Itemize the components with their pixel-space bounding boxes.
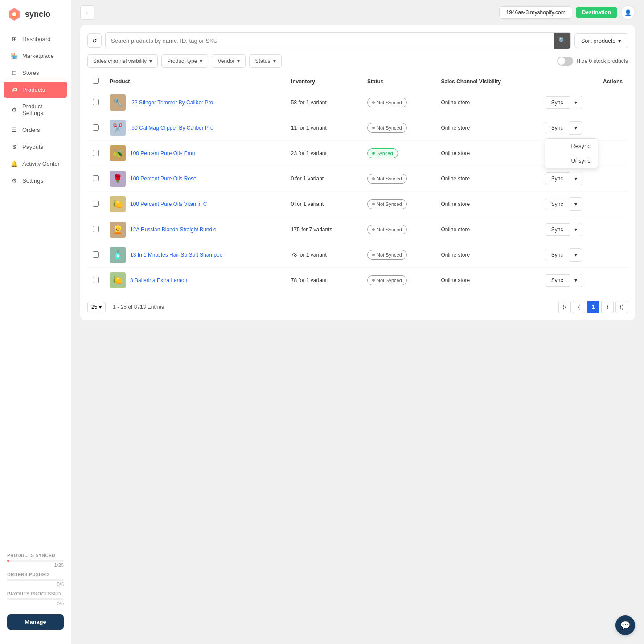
top-bar: ← 1946aa-3.myshopify.com Destination 👤 [71, 0, 644, 25]
action-chevron[interactable]: ▾ [570, 223, 582, 236]
sort-button[interactable]: Sort products ▾ [574, 33, 628, 48]
status-badge: Not Synced [367, 199, 407, 209]
row-checkbox[interactable] [93, 226, 99, 232]
refresh-button[interactable]: ↺ [87, 33, 102, 48]
sidebar: syncio ⊞ Dashboard 🏪 Marketplace □ Store… [0, 0, 71, 644]
manage-button[interactable]: Manage [7, 614, 64, 630]
row-checkbox[interactable] [93, 251, 99, 258]
chevron-down-icon: ▾ [200, 58, 202, 64]
action-chevron[interactable]: ▾ [570, 274, 582, 287]
row-checkbox[interactable] [93, 277, 99, 283]
sidebar-item-products[interactable]: 🏷 Products [4, 82, 67, 98]
product-name[interactable]: 100 Percent Pure Oils Emu [130, 150, 195, 156]
sidebar-item-stores[interactable]: □ Stores [4, 65, 67, 81]
pagination: 25 ▾ 1 - 25 of 8713 Entries ⟨⟨ ⟨ 1 ⟩ ⟩⟩ [87, 295, 628, 313]
inventory-cell: 23 for 1 variant [286, 141, 362, 166]
status-dot [372, 228, 375, 231]
action-group: Sync ▾ [545, 248, 623, 262]
actions-cell: Sync ▾ [539, 166, 628, 192]
product-cell: 🔧 .22 Stinger Trimmer By Caliber Pro [110, 94, 280, 111]
sync-button[interactable]: Sync [545, 274, 570, 287]
sort-label: Sort products [581, 37, 615, 44]
status-dot [372, 279, 375, 282]
product-type-filter[interactable]: Product type ▾ [161, 54, 208, 68]
products-synced-label: PRODUCTS SYNCED [7, 553, 64, 558]
sidebar-item-dashboard[interactable]: ⊞ Dashboard [4, 31, 67, 47]
table-header: Product Inventory Status Sales Channel V… [87, 73, 628, 90]
product-name[interactable]: .22 Stinger Trimmer By Caliber Pro [130, 99, 213, 106]
payouts-processed-label: PAYOUTS PROCESSED [7, 591, 64, 596]
action-chevron[interactable]: ▾ [570, 197, 582, 211]
product-name[interactable]: .50 Cal Mag Clipper By Caliber Pro [130, 125, 213, 131]
sync-button[interactable]: Sync [545, 198, 570, 210]
col-actions: Actions [539, 73, 628, 90]
sync-button[interactable]: Sync [545, 96, 570, 109]
product-name[interactable]: 100 Percent Pure Oils Rose [130, 176, 197, 182]
user-avatar[interactable]: 👤 [621, 5, 635, 20]
product-cell: 🍋 3 Ballerina Extra Lemon [110, 272, 280, 288]
action-chevron[interactable]: ▾ [570, 248, 582, 262]
action-chevron[interactable]: ▾ [570, 96, 582, 109]
sidebar-item-activity-center[interactable]: 🔔 Activity Center [4, 156, 67, 172]
status-dot [372, 177, 375, 180]
hide-zero-stock-toggle[interactable] [557, 57, 573, 66]
search-wrap: 🔍 [105, 32, 571, 49]
actions-cell: View sync ▾ Resync Unsync [539, 141, 628, 166]
chevron-down-icon: ▾ [149, 58, 152, 64]
row-checkbox[interactable] [93, 124, 99, 131]
status-cell: Not Synced [362, 217, 436, 242]
row-checkbox[interactable] [93, 99, 99, 105]
product-name[interactable]: 13 In 1 Miracles Hair So Soft Shampoo [130, 252, 222, 258]
products-card: ↺ 🔍 Sort products ▾ Sales channel visibi… [80, 25, 635, 320]
product-name[interactable]: 12A Russian Blonde Straight Bundle [130, 226, 216, 233]
sync-button[interactable]: Sync [545, 223, 570, 236]
first-page-button[interactable]: ⟨⟨ [558, 301, 571, 313]
sync-button[interactable]: Sync [545, 249, 570, 261]
status-cell: Synced [362, 141, 436, 166]
chat-bubble[interactable]: 💬 [615, 615, 635, 635]
action-chevron[interactable]: ▾ [570, 121, 582, 135]
search-input[interactable] [106, 34, 554, 48]
resync-option[interactable]: Resync [545, 139, 598, 153]
sidebar-item-marketplace[interactable]: 🏪 Marketplace [4, 48, 67, 64]
table-row: 👱 12A Russian Blonde Straight Bundle 175… [87, 217, 628, 242]
product-cell: 🍋 100 Percent Pure Oils Vitamin C [110, 196, 280, 212]
status-filter[interactable]: Status ▾ [249, 54, 281, 68]
sales-channel-cell: Online store [435, 192, 539, 217]
payouts-processed-bar [7, 598, 64, 600]
table-row: 🍋 3 Ballerina Extra Lemon 78 for 1 varia… [87, 268, 628, 293]
status-badge: Not Synced [367, 225, 407, 234]
product-thumbnail: 👱 [110, 222, 126, 238]
sidebar-item-payouts[interactable]: $ Payouts [4, 139, 67, 155]
prev-page-button[interactable]: ⟨ [573, 301, 585, 313]
unsync-option[interactable]: Unsync [545, 153, 598, 168]
toggle-knob [558, 57, 565, 65]
store-url-badge[interactable]: 1946aa-3.myshopify.com [499, 6, 572, 19]
back-button[interactable]: ← [80, 5, 94, 20]
select-all-checkbox[interactable] [93, 78, 99, 84]
product-name[interactable]: 3 Ballerina Extra Lemon [130, 277, 187, 283]
row-checkbox[interactable] [93, 201, 99, 207]
row-checkbox[interactable] [93, 150, 99, 156]
status-badge: Not Synced [367, 98, 407, 107]
sidebar-item-product-settings[interactable]: ⚙ Product Settings [4, 98, 67, 121]
action-chevron[interactable]: ▾ [570, 172, 582, 185]
sales-channel-filter[interactable]: Sales channel visibility ▾ [87, 54, 158, 68]
search-button[interactable]: 🔍 [554, 33, 570, 49]
last-page-button[interactable]: ⟩⟩ [615, 301, 628, 313]
sync-button[interactable]: Sync [545, 172, 570, 185]
page-size-selector[interactable]: 25 ▾ [87, 302, 106, 312]
inventory-cell: 78 for 1 variant [286, 242, 362, 268]
sync-button[interactable]: Sync [545, 122, 570, 134]
table-body: 🔧 .22 Stinger Trimmer By Caliber Pro 58 … [87, 90, 628, 293]
vendor-filter[interactable]: Vendor ▾ [212, 54, 246, 68]
payouts-processed-value: 0/5 [7, 601, 64, 606]
actions-cell: Sync ▾ [539, 217, 628, 242]
action-group: Sync ▾ [545, 197, 623, 211]
sidebar-item-orders[interactable]: ☰ Orders [4, 122, 67, 138]
row-checkbox[interactable] [93, 175, 99, 181]
sidebar-item-settings[interactable]: ⚙ Settings [4, 172, 67, 189]
destination-badge[interactable]: Destination [576, 7, 617, 18]
next-page-button[interactable]: ⟩ [601, 301, 614, 313]
product-name[interactable]: 100 Percent Pure Oils Vitamin C [130, 201, 207, 207]
